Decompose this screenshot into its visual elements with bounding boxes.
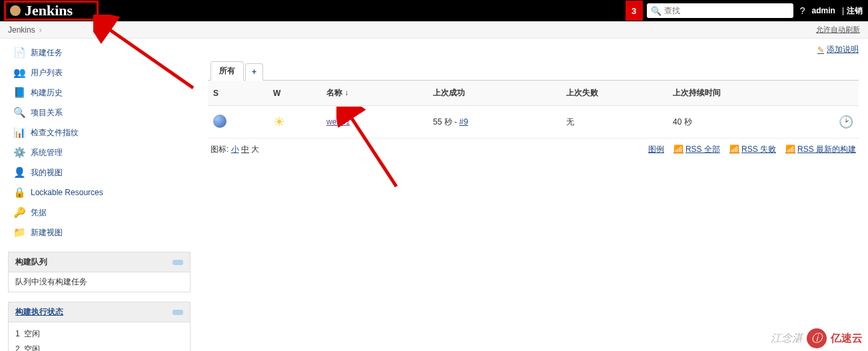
gear-icon: ⚙️ [13,147,25,159]
rss-icon: 📶 [785,145,795,154]
job-name-link[interactable]: web01 [326,117,350,127]
svg-point-0 [10,5,21,16]
watermark: 江念湛 ⓘ 亿速云 [771,328,863,348]
executor-row: 2 空闲 [15,342,183,351]
col-actions [825,81,859,106]
new-item-icon: 📄 [13,47,25,59]
legend-link[interactable]: 图例 [648,144,664,155]
sidebar-item-manage[interactable]: ⚙️系统管理 [0,143,199,163]
tab-add-view[interactable]: + [245,63,263,81]
col-name[interactable]: 名称 ↓ [321,81,428,106]
ys-logo-icon: ⓘ [807,328,827,348]
sidebar-item-credentials[interactable]: 🔑凭据 [0,202,199,222]
executors-pane: 构建执行状态 1 空闲 2 空闲 [8,302,191,351]
sidebar-item-lockable[interactable]: 🔒Lockable Resources [0,182,199,202]
people-icon: 👥 [13,67,25,79]
watermark-text: 江念湛 [771,332,803,346]
status-ball-icon [213,115,226,128]
lock-icon: 🔒 [13,186,25,198]
last-duration-cell: 40 秒 [667,106,825,139]
sidebar-item-label: Lockable Resources [31,188,103,197]
ys-label: 亿速云 [831,332,863,346]
sidebar-item-label: 新建视图 [31,227,63,238]
sidebar-item-label: 项目关系 [31,107,63,119]
executor-state: 空闲 [24,329,40,338]
projects-table: S W 名称 ↓ 上次成功 上次失败 上次持续时间 ☀ web01 55 秒 -… [208,81,859,139]
logout-link[interactable]: 注销 [847,5,863,17]
folder-icon: 📁 [13,226,25,238]
sidebar-item-fingerprint[interactable]: 📊检查文件指纹 [0,123,199,143]
rss-all-link[interactable]: 📶RSS 全部 [673,144,720,155]
sidebar-item-label: 系统管理 [31,147,63,159]
col-last-failure[interactable]: 上次失败 [561,81,667,106]
rss-latest-link[interactable]: 📶RSS 最新的构建 [785,144,856,155]
username-link[interactable]: admin [812,6,835,15]
sidebar-item-new-job[interactable]: 📄新建任务 [0,43,199,63]
top-header: Jenkins 3 🔍 ? admin | 注销 [0,0,868,21]
jenkins-logo[interactable]: Jenkins [4,1,99,21]
sidebar: 📄新建任务 👥用户列表 📘构建历史 🔍项目关系 📊检查文件指纹 ⚙️系统管理 👤… [0,39,199,351]
sidebar-item-label: 新建任务 [31,47,63,59]
sidebar-item-label: 构建历史 [31,87,63,99]
breadcrumb-sep: › [39,25,42,35]
sidebar-item-label: 凭据 [31,207,47,218]
jenkins-logo-svg: Jenkins [9,3,94,19]
last-success-cell: 55 秒 - #9 [428,106,561,139]
col-weather[interactable]: W [268,81,321,106]
executors-header[interactable]: 构建执行状态 [9,302,190,322]
build-queue-body: 队列中没有构建任务 [9,272,190,292]
collapse-icon[interactable] [173,260,183,265]
build-queue-header[interactable]: 构建队列 [9,252,190,272]
sidebar-item-my-views[interactable]: 👤我的视图 [0,163,199,182]
auto-refresh-link[interactable]: 允许自动刷新 [816,25,860,33]
pane-title: 构建队列 [15,256,47,268]
executor-state: 空闲 [24,344,40,351]
header-divider: | [842,6,844,15]
pencil-icon: ✎ [817,45,824,55]
sidebar-item-new-view[interactable]: 📁新建视图 [0,222,199,242]
col-status[interactable]: S [208,81,268,106]
pane-title: 构建执行状态 [15,306,63,318]
rss-icon: 📶 [673,145,683,154]
sidebar-item-label: 用户列表 [31,67,63,79]
icon-size-small[interactable]: 小 [231,145,239,154]
table-header-row: S W 名称 ↓ 上次成功 上次失败 上次持续时间 [208,81,859,106]
svg-text:Jenkins: Jenkins [25,3,73,19]
search-input[interactable] [664,6,789,15]
sidebar-item-users[interactable]: 👥用户列表 [0,63,199,83]
rss-links: 图例 📶RSS 全部 📶RSS 失败 📶RSS 最新的构建 [648,144,856,155]
view-tabs: 所有 + [208,61,859,81]
executor-num: 2 [15,344,20,351]
table-row: ☀ web01 55 秒 - #9 无 40 秒 🕑 [208,106,859,139]
col-last-duration[interactable]: 上次持续时间 [667,81,825,106]
icon-size-large: 大 [251,145,259,154]
sidebar-item-label: 我的视图 [31,167,63,178]
add-description-label: 添加说明 [827,44,859,55]
breadcrumb-bar: Jenkins › 允许自动刷新 [0,21,868,39]
breadcrumb-root[interactable]: Jenkins [8,25,35,35]
rss-icon: 📶 [729,145,739,154]
sidebar-item-label: 检查文件指纹 [31,127,79,139]
rss-failures-link[interactable]: 📶RSS 失败 [729,144,776,155]
executor-num: 1 [15,329,20,338]
build-queue-pane: 构建队列 队列中没有构建任务 [8,252,191,292]
rss-latest-label: RSS 最新的构建 [797,145,856,154]
sidebar-item-relationship[interactable]: 🔍项目关系 [0,103,199,123]
main-content: ✎ 添加说明 所有 + S W 名称 ↓ 上次成功 上次失败 上次持续时间 [199,39,868,351]
collapse-icon[interactable] [173,310,183,315]
search-box[interactable]: 🔍 [647,3,793,18]
rss-fail-label: RSS 失败 [741,145,776,154]
executor-row: 1 空闲 [15,326,183,342]
last-success-build-link[interactable]: #9 [459,117,468,127]
history-icon: 📘 [13,87,25,99]
alert-count-badge[interactable]: 3 [626,1,643,21]
tab-all[interactable]: 所有 [211,61,244,81]
add-description-link[interactable]: ✎ 添加说明 [817,44,859,55]
search-icon: 🔍 [651,6,661,16]
sidebar-item-build-history[interactable]: 📘构建历史 [0,83,199,103]
col-last-success[interactable]: 上次成功 [428,81,561,106]
icon-size-selector: 图标: 小 中 大 [211,144,259,155]
schedule-build-icon[interactable]: 🕑 [839,115,853,129]
help-icon[interactable]: ? [800,5,805,16]
last-success-time: 55 秒 - [433,117,459,127]
